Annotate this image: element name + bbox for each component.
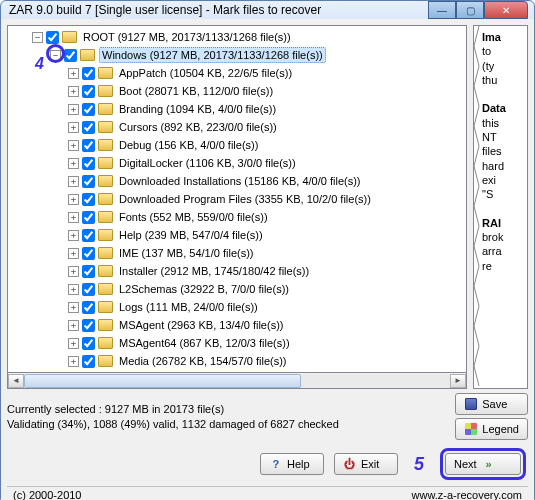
tree-checkbox[interactable] <box>82 139 95 152</box>
tree-checkbox[interactable] <box>82 265 95 278</box>
tree-row[interactable]: +DigitalLocker (1106 KB, 3/0/0 file(s)) <box>8 154 466 172</box>
close-button[interactable]: ✕ <box>484 1 528 19</box>
tree-row[interactable]: +Cursors (892 KB, 223/0/0 file(s)) <box>8 118 466 136</box>
side-button-column: Save Legend <box>455 393 528 440</box>
tree-checkbox[interactable] <box>82 355 95 368</box>
scroll-right-button[interactable]: ► <box>450 374 466 388</box>
tree-row[interactable]: −Windows (9127 MB, 20173/1133/1268 file(… <box>8 46 466 64</box>
tree-label[interactable]: Media (26782 KB, 154/57/0 file(s)) <box>117 354 289 368</box>
tree-checkbox[interactable] <box>46 31 59 44</box>
maximize-button[interactable]: ▢ <box>456 1 484 19</box>
tree-label[interactable]: Fonts (552 MB, 559/0/0 file(s)) <box>117 210 270 224</box>
expand-toggle[interactable]: + <box>68 230 79 241</box>
expand-toggle[interactable]: + <box>68 104 79 115</box>
tree-row[interactable]: +AppPatch (10504 KB, 22/6/5 file(s)) <box>8 64 466 82</box>
tree-checkbox[interactable] <box>82 211 95 224</box>
tree-checkbox[interactable] <box>82 229 95 242</box>
expand-toggle[interactable]: + <box>68 140 79 151</box>
help-button[interactable]: ?Help <box>260 453 324 475</box>
side-l3: thu <box>482 74 497 86</box>
tree-label[interactable]: Cursors (892 KB, 223/0/0 file(s)) <box>117 120 279 134</box>
folder-icon <box>98 157 113 169</box>
tree-checkbox[interactable] <box>64 49 77 62</box>
expand-toggle[interactable]: + <box>68 68 79 79</box>
tree-label[interactable]: IME (137 MB, 54/1/0 file(s)) <box>117 246 256 260</box>
tree-checkbox[interactable] <box>82 67 95 80</box>
horizontal-scrollbar[interactable]: ◄ ► <box>7 373 467 389</box>
expand-toggle[interactable]: + <box>68 158 79 169</box>
footer-url: www.z-a-recovery.com <box>412 489 522 500</box>
tree-label[interactable]: Boot (28071 KB, 112/0/0 file(s)) <box>117 84 275 98</box>
expand-toggle[interactable]: + <box>68 194 79 205</box>
minimize-button[interactable]: — <box>428 1 456 19</box>
tree-checkbox[interactable] <box>82 337 95 350</box>
expand-toggle[interactable]: + <box>68 176 79 187</box>
expand-toggle[interactable]: + <box>68 122 79 133</box>
tree-checkbox[interactable] <box>82 301 95 314</box>
expand-toggle[interactable]: + <box>68 266 79 277</box>
tree-checkbox[interactable] <box>82 157 95 170</box>
scroll-left-button[interactable]: ◄ <box>8 374 24 388</box>
tree-label[interactable]: AppPatch (10504 KB, 22/6/5 file(s)) <box>117 66 294 80</box>
tree-label[interactable]: Branding (1094 KB, 4/0/0 file(s)) <box>117 102 278 116</box>
tree-row[interactable]: +L2Schemas (32922 B, 7/0/0 file(s)) <box>8 280 466 298</box>
tree-checkbox[interactable] <box>82 247 95 260</box>
tree-checkbox[interactable] <box>82 175 95 188</box>
save-button[interactable]: Save <box>455 393 528 415</box>
tree-row[interactable]: +Debug (156 KB, 4/0/0 file(s)) <box>8 136 466 154</box>
tree-row[interactable]: +MSAgent (2963 KB, 13/4/0 file(s)) <box>8 316 466 334</box>
tree-checkbox[interactable] <box>82 103 95 116</box>
legend-icon <box>464 422 478 436</box>
tree-checkbox[interactable] <box>82 319 95 332</box>
tree-checkbox[interactable] <box>82 283 95 296</box>
tree-label[interactable]: Help (239 MB, 547/0/4 file(s)) <box>117 228 265 242</box>
side-h2: Data <box>482 102 506 114</box>
tree-row[interactable]: +Boot (28071 KB, 112/0/0 file(s)) <box>8 82 466 100</box>
tree-label[interactable]: Logs (111 MB, 24/0/0 file(s)) <box>117 300 260 314</box>
exit-button[interactable]: ⏻Exit <box>334 453 398 475</box>
tree-label[interactable]: Downloaded Program Files (3355 KB, 10/2/… <box>117 192 373 206</box>
expand-toggle[interactable]: + <box>68 284 79 295</box>
tree-row[interactable]: −ROOT (9127 MB, 20173/1133/1268 file(s)) <box>8 28 466 46</box>
expand-toggle[interactable]: + <box>68 86 79 97</box>
scroll-track[interactable] <box>24 374 450 388</box>
tree-row[interactable]: +Branding (1094 KB, 4/0/0 file(s)) <box>8 100 466 118</box>
tree-label[interactable]: MSAgent (2963 KB, 13/4/0 file(s)) <box>117 318 285 332</box>
tree-checkbox[interactable] <box>82 85 95 98</box>
tree-label[interactable]: Downloaded Installations (15186 KB, 4/0/… <box>117 174 363 188</box>
expand-toggle[interactable]: + <box>68 212 79 223</box>
tree-checkbox[interactable] <box>82 193 95 206</box>
tree-row[interactable]: +Fonts (552 MB, 559/0/0 file(s)) <box>8 208 466 226</box>
expand-toggle[interactable]: + <box>68 356 79 367</box>
titlebar[interactable]: ZAR 9.0 build 7 [Single user license] - … <box>1 1 534 19</box>
tree-row[interactable]: +IME (137 MB, 54/1/0 file(s)) <box>8 244 466 262</box>
tree-label[interactable]: MSAgent64 (867 KB, 12/0/3 file(s)) <box>117 336 292 350</box>
expand-toggle[interactable]: + <box>68 320 79 331</box>
side-info-panel: Ima to (ty thu Data this NT files hard e… <box>473 25 528 389</box>
folder-icon <box>98 67 113 79</box>
tree-label[interactable]: L2Schemas (32922 B, 7/0/0 file(s)) <box>117 282 291 296</box>
next-button[interactable]: Next» <box>445 453 521 475</box>
tree-row[interactable]: +Downloaded Program Files (3355 KB, 10/2… <box>8 190 466 208</box>
expand-toggle[interactable]: + <box>68 248 79 259</box>
legend-button[interactable]: Legend <box>455 418 528 440</box>
tree-label[interactable]: Windows (9127 MB, 20173/1133/1268 file(s… <box>99 47 326 63</box>
tree-row[interactable]: +Media (26782 KB, 154/57/0 file(s)) <box>8 352 466 370</box>
tree-label[interactable]: DigitalLocker (1106 KB, 3/0/0 file(s)) <box>117 156 298 170</box>
torn-edge-icon <box>473 26 481 386</box>
tree-row[interactable]: +Help (239 MB, 547/0/4 file(s)) <box>8 226 466 244</box>
expand-toggle[interactable]: + <box>68 338 79 349</box>
tree-row[interactable]: +Downloaded Installations (15186 KB, 4/0… <box>8 172 466 190</box>
tree-label[interactable]: Debug (156 KB, 4/0/0 file(s)) <box>117 138 260 152</box>
expand-toggle[interactable]: + <box>68 302 79 313</box>
folder-tree[interactable]: 4 −ROOT (9127 MB, 20173/1133/1268 file(s… <box>7 25 467 373</box>
tree-checkbox[interactable] <box>82 121 95 134</box>
expand-toggle[interactable]: − <box>50 50 61 61</box>
scroll-thumb[interactable] <box>24 374 301 388</box>
tree-label[interactable]: ROOT (9127 MB, 20173/1133/1268 file(s)) <box>81 30 293 44</box>
tree-label[interactable]: Installer (2912 MB, 1745/180/42 file(s)) <box>117 264 311 278</box>
tree-row[interactable]: +Installer (2912 MB, 1745/180/42 file(s)… <box>8 262 466 280</box>
tree-row[interactable]: +Logs (111 MB, 24/0/0 file(s)) <box>8 298 466 316</box>
expand-toggle[interactable]: − <box>32 32 43 43</box>
tree-row[interactable]: +MSAgent64 (867 KB, 12/0/3 file(s)) <box>8 334 466 352</box>
